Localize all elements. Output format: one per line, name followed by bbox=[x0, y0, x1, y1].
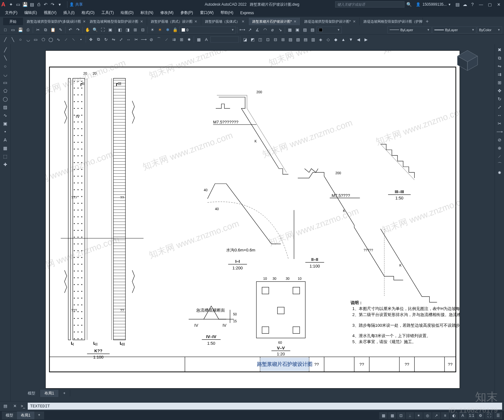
arc-icon[interactable]: ◡ bbox=[25, 36, 32, 43]
save-icon[interactable]: 💾 bbox=[22, 1, 28, 8]
array-icon[interactable]: ⊞ bbox=[496, 79, 503, 86]
command-input[interactable] bbox=[28, 403, 502, 410]
plot-icon[interactable]: ⎙ bbox=[36, 1, 42, 8]
dim-linear-icon[interactable]: ⟷ bbox=[239, 26, 246, 33]
close-button[interactable]: ✕ bbox=[495, 1, 503, 8]
status-tab-add[interactable]: + bbox=[34, 411, 44, 419]
lineweight-dropdown[interactable]: ByLayer ▾ bbox=[432, 26, 476, 33]
mod-e-icon[interactable]: ⊟ bbox=[272, 36, 279, 43]
block-color-dropdown[interactable]: ▾ bbox=[317, 26, 342, 33]
tab-start[interactable]: 开始 bbox=[3, 18, 23, 25]
layer-lock-icon[interactable]: 🔒 bbox=[172, 26, 179, 33]
layer-freeze-icon[interactable]: ❄ bbox=[164, 26, 171, 33]
tool-d-icon[interactable]: ⊟ bbox=[139, 26, 146, 33]
menu-item[interactable]: 格式(O) bbox=[78, 9, 98, 16]
erase-icon[interactable]: ✖ bbox=[496, 46, 503, 54]
pan-icon[interactable]: ✋ bbox=[84, 26, 91, 33]
mod-d-icon[interactable]: ⊡ bbox=[264, 36, 271, 43]
search-icon[interactable]: 🔍 bbox=[406, 1, 412, 8]
layer-state-icon[interactable]: ☀ bbox=[149, 26, 156, 33]
mod-g-icon[interactable]: ▨ bbox=[287, 36, 294, 43]
file-tab[interactable]: 路堤边坡拱型骨架防护设计图*✕ bbox=[301, 18, 359, 25]
break-icon[interactable]: ⊘ bbox=[148, 36, 155, 43]
region-icon[interactable]: ⬚ bbox=[2, 152, 9, 160]
menu-item[interactable]: 帮助(H) bbox=[217, 9, 237, 16]
drawing-viewport[interactable]: 路堑浆砌片石护坡设计图 ?? ?? ?? ?? bbox=[11, 44, 495, 401]
mtext-icon[interactable]: A bbox=[203, 36, 210, 43]
rotate-icon[interactable]: ↻ bbox=[102, 36, 109, 43]
cloud-icon[interactable]: ☁ bbox=[462, 1, 468, 8]
mod-o-icon[interactable]: ▼ bbox=[347, 36, 354, 43]
view-cube[interactable] bbox=[455, 48, 480, 73]
table-icon[interactable]: ▦ bbox=[2, 144, 9, 152]
signed-in-user[interactable]: 👤 1505999135... ▾ bbox=[413, 2, 453, 7]
point-icon[interactable]: • bbox=[2, 128, 9, 135]
line-icon[interactable]: ╱ bbox=[2, 36, 9, 43]
menu-item[interactable]: 插入(I) bbox=[60, 9, 77, 16]
menu-item[interactable]: 窗口(W) bbox=[197, 9, 217, 16]
menu-item[interactable]: 修改(M) bbox=[157, 9, 177, 16]
mirror-icon[interactable]: ⇋ bbox=[110, 36, 117, 43]
dim-radius-icon[interactable]: ◠ bbox=[261, 26, 268, 33]
mod-q-icon[interactable]: ▶ bbox=[363, 36, 369, 43]
spline-icon[interactable]: ∿ bbox=[55, 36, 62, 43]
mod-c-icon[interactable]: ◫ bbox=[257, 36, 264, 43]
zoom-icon[interactable]: 🔍 bbox=[92, 26, 99, 33]
maximize-button[interactable]: ▢ bbox=[486, 1, 494, 8]
file-tab[interactable]: 路堑边坡网格型骨架防护设计图✕ bbox=[86, 18, 147, 25]
help-search-input[interactable]: 键入关键字或短语 bbox=[335, 1, 404, 8]
offset-icon[interactable]: ⇉ bbox=[496, 71, 503, 78]
paper-model-toggle-icon[interactable]: ▦ bbox=[379, 412, 387, 419]
mod-k-icon[interactable]: ◈ bbox=[317, 36, 324, 43]
tab-layout1[interactable]: 布局1 bbox=[40, 390, 59, 397]
polygon-icon[interactable]: ⬠ bbox=[40, 36, 47, 43]
polar-icon[interactable]: ✶ bbox=[415, 412, 423, 419]
menu-item[interactable]: 参数(P) bbox=[177, 9, 196, 16]
redo-icon[interactable]: ↷ bbox=[49, 1, 56, 8]
plot-style-dropdown[interactable]: ByColor ▾ bbox=[477, 26, 502, 33]
point-icon[interactable]: • bbox=[77, 36, 84, 43]
menu-item[interactable]: Express bbox=[237, 10, 257, 16]
grid-icon[interactable]: ▦ bbox=[388, 412, 396, 419]
new-icon[interactable]: □ bbox=[2, 26, 9, 33]
file-tab[interactable]: 路堑护面墙（实体式）✕ bbox=[201, 18, 249, 25]
redo-icon[interactable]: ↷ bbox=[74, 26, 81, 33]
menu-item[interactable]: 编辑(E) bbox=[21, 9, 40, 16]
pline-icon[interactable]: ╲ bbox=[2, 54, 9, 62]
menu-item[interactable]: 绘图(D) bbox=[117, 9, 137, 16]
cut-icon[interactable]: ✂ bbox=[34, 26, 41, 33]
block-icon[interactable]: ▦ bbox=[286, 26, 293, 33]
pline-icon[interactable]: ╲ bbox=[9, 36, 16, 43]
menu-item[interactable]: 视图(V) bbox=[41, 9, 60, 16]
polygon-icon[interactable]: ⬠ bbox=[2, 87, 9, 95]
line-icon[interactable]: ╱ bbox=[2, 46, 9, 54]
lwt-icon[interactable]: ≡ bbox=[441, 412, 449, 419]
explode-icon[interactable]: ✸ bbox=[186, 36, 192, 43]
dropdown-icon[interactable]: ▾ bbox=[56, 1, 63, 8]
file-tab[interactable]: 路堑护面墙（拱式）设计图✕ bbox=[147, 18, 201, 25]
leader-icon[interactable]: ↘ bbox=[277, 26, 284, 33]
layer-dropdown[interactable]: 0 ▾ bbox=[179, 26, 236, 33]
osnap-icon[interactable]: ◎ bbox=[423, 412, 432, 419]
copy-icon[interactable]: ⧉ bbox=[95, 36, 102, 43]
saveas-icon[interactable]: ▤ bbox=[29, 1, 35, 8]
region-icon[interactable]: ▧ bbox=[309, 26, 316, 33]
status-tab-model[interactable]: 模型 bbox=[2, 411, 17, 419]
tool-b-icon[interactable]: ◨ bbox=[124, 26, 131, 33]
mod-h-icon[interactable]: ▧ bbox=[295, 36, 301, 43]
new-icon[interactable]: ✦ bbox=[8, 1, 14, 8]
ortho-icon[interactable]: ⟂ bbox=[406, 412, 414, 419]
minimize-button[interactable]: — bbox=[477, 1, 485, 8]
move-icon[interactable]: ✥ bbox=[496, 87, 503, 95]
insert-icon[interactable]: ▣ bbox=[294, 26, 301, 33]
trim-icon[interactable]: ✂ bbox=[133, 36, 140, 43]
break-icon[interactable]: ⊘ bbox=[496, 136, 503, 144]
rect-icon[interactable]: ▭ bbox=[32, 36, 39, 43]
close-icon[interactable]: ✕ bbox=[83, 20, 86, 24]
status-tab-layout1[interactable]: 布局1 bbox=[17, 411, 34, 419]
axis-icon[interactable]: ✚ bbox=[2, 161, 9, 168]
close-icon[interactable]: ✕ bbox=[140, 20, 143, 24]
dim-angular-icon[interactable]: ∡ bbox=[254, 26, 261, 33]
hatch-icon[interactable]: ▨ bbox=[301, 26, 308, 33]
offset-icon[interactable]: ⇉ bbox=[170, 36, 177, 43]
